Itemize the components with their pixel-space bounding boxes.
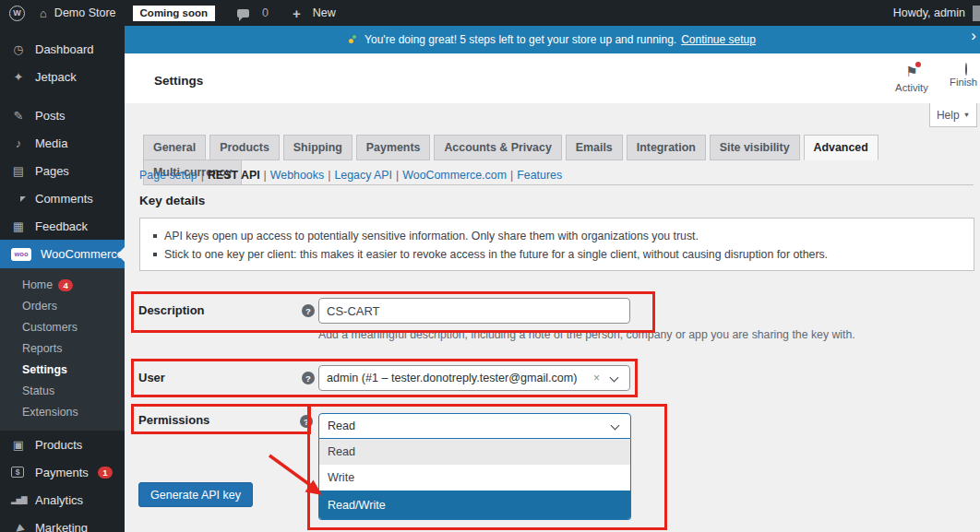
tab-payments[interactable]: Payments [356,135,431,160]
activity-label: Activity [892,82,931,93]
subnav-legacy-api[interactable]: Legacy API [334,169,392,182]
coming-soon-badge: Coming soon [133,6,215,21]
user-select[interactable]: admin (#1 – tester.donotreply.tester@gma… [318,365,630,391]
site-name-link[interactable]: Demo Store [54,6,116,19]
description-help-tip-icon[interactable]: ? [302,304,315,317]
permissions-dropdown-list: Read Write Read/Write [318,439,631,520]
howdy-admin-link[interactable]: Howdy, admin [893,6,965,19]
comment-count: 0 [262,6,269,19]
key-details-heading: Key details [139,194,205,207]
clear-selection-icon[interactable]: × [593,372,600,384]
sidebar-item-feedback[interactable]: ▦ Feedback [0,212,125,240]
woocommerce-icon: woo [11,248,31,261]
activity-flag-icon: ⚑ [905,64,917,80]
wordpress-logo-icon[interactable]: W [9,6,25,21]
notice-message: You're doing great! 5 steps left to get … [365,33,676,46]
sidebar-item-payments[interactable]: $ Payments 1 [0,458,125,486]
option-write[interactable]: Write [319,465,630,491]
subnav-separator: | [201,169,204,182]
activity-button[interactable]: ⚑ Activity [892,64,931,93]
woocommerce-submenu: Home 4 Orders Customers Reports Settings… [0,268,125,431]
subnav-page-setup[interactable]: Page setup [139,169,197,182]
subnav-separator: | [510,169,513,182]
submenu-label: Orders [22,296,57,317]
option-read-write[interactable]: Read/Write [319,491,630,519]
user-help-tip-icon[interactable]: ? [302,372,315,384]
sidebar-item-analytics[interactable]: ▂▅▇ Analytics [0,486,125,514]
sidebar-item-pages[interactable]: ▤ Pages [0,157,125,184]
dashboard-icon: ◷ [11,42,26,56]
notice-bullet-1: API keys open up access to potentially s… [153,227,974,245]
notice-text: API keys open up access to potentially s… [164,230,699,242]
sidebar-label: Media [35,136,67,150]
tab-accounts-privacy[interactable]: Accounts & Privacy [434,135,561,160]
avatar[interactable] [973,6,980,21]
continue-setup-link[interactable]: Continue setup [681,33,756,46]
sidebar-item-products[interactable]: ▣ Products [0,431,125,458]
help-button[interactable]: Help ▼ [929,103,977,127]
bullet-square [153,253,157,256]
submenu-label: Home [22,275,53,296]
sidebar-item-dashboard[interactable]: ◷ Dashboard [0,35,125,63]
subnav-webhooks[interactable]: Webhooks [270,169,324,182]
finish-setup-button[interactable]: Finish set [949,64,980,88]
submenu-item-extensions[interactable]: Extensions [0,402,125,423]
notice-text: Stick to one key per client: this makes … [164,248,828,261]
submenu-item-customers[interactable]: Customers [0,317,125,338]
submenu-item-settings[interactable]: Settings [0,360,125,381]
sidebar-label: Jetpack [35,70,77,84]
submenu-label: Reports [22,338,62,360]
subnav-rest-api[interactable]: REST API [208,169,260,182]
page-header: Settings ⚑ Activity Finish set [125,53,980,103]
subnav-separator: | [396,169,399,182]
permissions-select[interactable]: Read [318,413,631,439]
submenu-item-orders[interactable]: Orders [0,296,125,317]
submenu-label: Status [22,381,54,402]
submenu-item-status[interactable]: Status [0,381,125,402]
tab-advanced[interactable]: Advanced [804,135,878,160]
sidebar-label: Dashboard [35,42,94,56]
tab-shipping[interactable]: Shipping [283,135,353,160]
tab-general[interactable]: General [143,135,206,160]
sidebar-item-posts[interactable]: ✎ Posts [0,101,125,129]
plus-icon: + [293,6,301,21]
admin-bar-left: W ⌂ Demo Store Coming soon 0 + New [0,6,336,21]
description-input[interactable] [318,298,630,324]
sidebar-label: Comments [35,192,93,206]
chevron-down-icon [610,373,619,383]
new-menu-link[interactable]: New [313,6,336,19]
tab-integration[interactable]: Integration [627,135,706,160]
tab-emails[interactable]: Emails [566,135,623,160]
sidebar-item-comments[interactable]: Comments [0,184,125,212]
tab-products[interactable]: Products [209,135,280,160]
posts-icon: ✎ [11,109,26,123]
permissions-help-tip-icon[interactable]: ? [300,415,313,428]
sidebar-label: Analytics [35,493,83,507]
pages-icon: ▤ [11,164,26,178]
finish-setup-clock-icon [965,63,967,76]
analytics-icon: ▂▅▇ [11,495,26,504]
sidebar-item-woocommerce[interactable]: woo WooCommerce [0,240,125,268]
subnav-separator: | [328,169,330,182]
submenu-label: Customers [22,317,78,338]
sidebar-item-media[interactable]: ♪ Media [0,129,125,157]
sidebar-item-jetpack[interactable]: ✦ Jetpack [0,63,125,90]
sidebar-item-marketing[interactable]: ◀ Marketing [0,514,125,532]
permissions-select-value: Read [328,420,355,432]
option-read[interactable]: Read [319,439,630,465]
subnav-features[interactable]: Features [517,169,562,182]
generate-api-key-button[interactable]: Generate API key [138,482,253,507]
submenu-item-reports[interactable]: Reports [0,338,125,360]
home-icon: ⌂ [40,6,47,20]
comments-bubble-icon[interactable] [237,9,249,18]
advanced-subnav: Page setup|REST API|Webhooks|Legacy API|… [139,169,562,182]
notice-next-chevron-icon[interactable]: › [971,27,976,45]
home-badge: 4 [58,279,73,291]
subnav-woocommerce-com[interactable]: WooCommerce.com [402,169,507,182]
payments-icon: $ [11,467,26,478]
notice-bullet-2: Stick to one key per client: this makes … [153,245,974,264]
tab-site-visibility[interactable]: Site visibility [710,135,800,160]
woocommerce-rest-api-settings-screen: W ⌂ Demo Store Coming soon 0 + New Howdy… [0,0,980,532]
sidebar-label: Feedback [35,219,88,233]
submenu-item-home[interactable]: Home 4 [0,275,125,296]
